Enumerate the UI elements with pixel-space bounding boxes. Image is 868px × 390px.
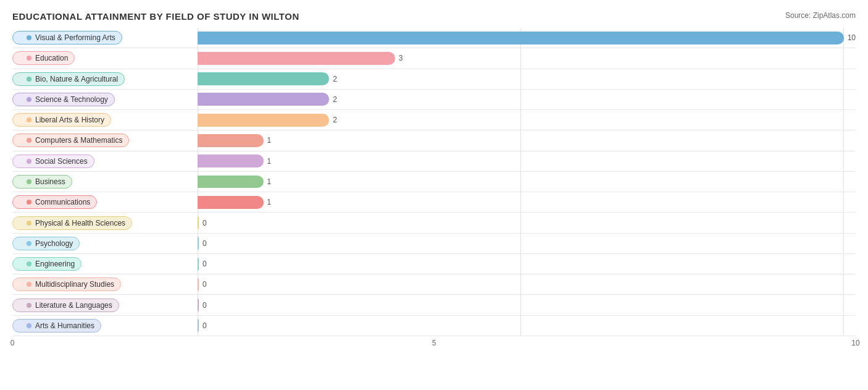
bar-label-text: Liberal Arts & History	[35, 116, 104, 124]
bar-label-pill: Literature & Languages	[12, 299, 119, 312]
bar-label-container: Physical & Health Sciences	[12, 216, 198, 230]
bar-label-container: Multidisciplinary Studies	[12, 278, 198, 291]
bar-label-pill: Physical & Health Sciences	[12, 216, 132, 230]
bar-dot-icon	[27, 200, 31, 205]
chart-area: Visual & Performing Arts10Education3Bio,…	[12, 28, 856, 351]
bar-value-label: 3	[399, 54, 403, 62]
bar-fill	[198, 258, 199, 271]
bar-value-area: 1	[198, 130, 856, 150]
bar-row: Physical & Health Sciences0	[12, 213, 856, 233]
bar-value-area: 0	[198, 295, 856, 315]
bar-fill	[198, 93, 329, 106]
bar-value-label: 0	[202, 260, 207, 268]
bar-dot-icon	[27, 77, 31, 82]
x-tick-label: 5	[432, 339, 436, 347]
bar-label-pill: Science & Technology	[12, 93, 115, 106]
bar-dot-icon	[27, 323, 31, 328]
bar-value-label: 0	[202, 301, 207, 310]
bar-row: Science & Technology2	[12, 90, 856, 110]
bar-fill	[198, 134, 264, 147]
bar-label-pill: Arts & Humanities	[12, 319, 101, 333]
bar-value-area: 10	[198, 28, 856, 48]
bar-label-text: Computers & Mathematics	[35, 136, 122, 145]
bar-value-area: 2	[198, 69, 856, 89]
bar-value-label: 0	[202, 280, 207, 289]
bar-row: Bio, Nature & Agricultural2	[12, 69, 856, 90]
bar-label-text: Science & Technology	[35, 95, 108, 104]
bar-dot-icon	[27, 97, 31, 102]
bar-label-pill: Visual & Performing Arts	[12, 31, 122, 45]
bar-value-label: 0	[202, 239, 207, 248]
bar-label-container: Science & Technology	[12, 93, 198, 106]
bar-fill	[198, 72, 329, 85]
bar-row: Psychology0	[12, 234, 856, 254]
bar-fill	[198, 155, 264, 167]
bar-label-pill: Psychology	[12, 237, 80, 250]
bar-label-pill: Education	[12, 51, 75, 65]
bar-label-text: Visual & Performing Arts	[35, 33, 115, 42]
bar-fill	[198, 52, 395, 65]
bar-row: Social Sciences1	[12, 151, 856, 172]
bar-label-container: Bio, Nature & Agricultural	[12, 72, 198, 86]
x-tick-label: 0	[10, 339, 15, 347]
bar-fill	[198, 299, 199, 312]
bar-fill	[198, 176, 264, 189]
bar-label-text: Multidisciplinary Studies	[35, 280, 114, 289]
bar-row: Education3	[12, 48, 856, 69]
bar-value-label: 2	[333, 95, 337, 104]
bar-row: Arts & Humanities0	[12, 316, 856, 336]
chart-container: EDUCATIONAL ATTAINMENT BY FIELD OF STUDY…	[0, 0, 868, 390]
bar-label-container: Communications	[12, 195, 198, 209]
bar-label-text: Psychology	[35, 239, 73, 248]
bar-label-text: Bio, Nature & Agricultural	[35, 75, 118, 83]
bar-label-container: Social Sciences	[12, 155, 198, 168]
bar-label-pill: Computers & Mathematics	[12, 134, 129, 147]
bar-dot-icon	[27, 303, 31, 308]
bar-value-label: 0	[202, 321, 207, 330]
bar-value-area: 0	[198, 274, 856, 294]
bar-value-area: 2	[198, 90, 856, 109]
bars-section: Visual & Performing Arts10Education3Bio,…	[12, 28, 856, 336]
bar-label-container: Arts & Humanities	[12, 319, 198, 333]
bar-dot-icon	[27, 35, 31, 40]
bar-label-container: Engineering	[12, 257, 198, 271]
bar-dot-icon	[27, 56, 31, 61]
bar-label-container: Literature & Languages	[12, 299, 198, 312]
bar-dot-icon	[27, 282, 31, 287]
bar-value-area: 1	[198, 192, 856, 212]
bar-dot-icon	[27, 138, 31, 143]
bar-label-text: Engineering	[35, 260, 75, 268]
bar-value-label: 1	[267, 136, 272, 145]
bar-label-container: Business	[12, 175, 198, 189]
bar-label-text: Literature & Languages	[35, 301, 112, 310]
bar-row: Communications1	[12, 192, 856, 213]
bar-value-area: 2	[198, 110, 856, 130]
bar-row: Engineering0	[12, 254, 856, 274]
bar-label-pill: Engineering	[12, 257, 81, 271]
bar-label-container: Visual & Performing Arts	[12, 31, 198, 45]
bar-value-area: 0	[198, 254, 856, 274]
bar-dot-icon	[27, 261, 31, 266]
bar-fill	[198, 114, 329, 127]
bar-value-area: 3	[198, 48, 856, 68]
bar-value-label: 2	[333, 75, 337, 83]
bar-fill	[198, 278, 199, 291]
bar-label-pill: Communications	[12, 195, 97, 209]
source-label: Source: ZipAtlas.com	[785, 11, 856, 20]
bar-label-container: Liberal Arts & History	[12, 113, 198, 127]
bar-dot-icon	[27, 159, 31, 164]
bar-label-text: Communications	[35, 198, 90, 206]
bar-value-label: 2	[333, 116, 337, 124]
x-axis: 0510	[12, 339, 856, 351]
bar-value-label: 10	[848, 33, 856, 42]
bar-label-text: Business	[35, 177, 65, 186]
bar-value-area: 0	[198, 213, 856, 232]
bar-row: Computers & Mathematics1	[12, 130, 856, 151]
bar-fill	[198, 216, 199, 229]
bar-row: Visual & Performing Arts10	[12, 28, 856, 48]
bar-label-pill: Liberal Arts & History	[12, 113, 111, 127]
bar-value-area: 1	[198, 151, 856, 171]
bar-dot-icon	[27, 221, 31, 226]
bar-label-text: Social Sciences	[35, 157, 88, 166]
bar-label-pill: Multidisciplinary Studies	[12, 278, 121, 291]
